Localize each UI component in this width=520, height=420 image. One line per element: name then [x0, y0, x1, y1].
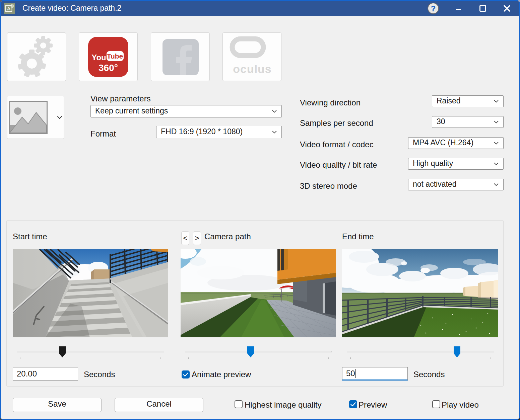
svg-text:360°: 360°: [99, 63, 118, 73]
svg-text:You: You: [91, 53, 106, 62]
svg-text:oculus: oculus: [233, 63, 272, 75]
svg-text:Tube: Tube: [107, 52, 123, 60]
svg-text:A: A: [7, 6, 10, 11]
